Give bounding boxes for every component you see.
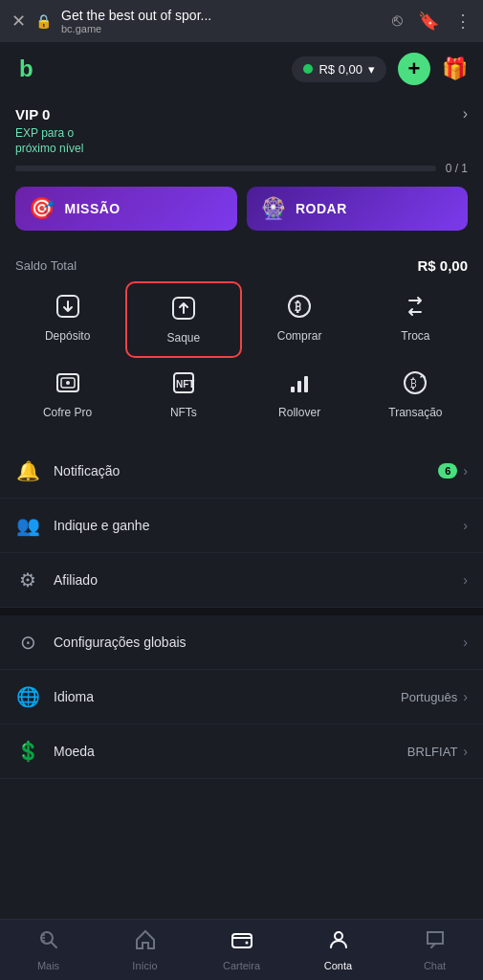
- affiliate-menu-item[interactable]: ⚙ Afiliado ›: [0, 553, 483, 608]
- currency-menu-item[interactable]: 💲 Moeda BRLFIAT ›: [0, 724, 483, 779]
- browser-title-block: Get the best out of spor... bc.game: [61, 8, 383, 34]
- notification-badge: 6: [438, 463, 457, 479]
- svg-rect-13: [304, 376, 308, 392]
- carteira-label: Carteira: [223, 960, 260, 971]
- svg-text:NFT: NFT: [176, 379, 194, 390]
- vault-button[interactable]: Cofre Pro: [10, 358, 125, 431]
- exp-label: EXP para opróximo nível: [15, 126, 468, 156]
- affiliate-icon: ⚙: [15, 568, 40, 591]
- vip-section: VIP 0 › EXP para opróximo nível 0 / 1: [0, 96, 483, 187]
- deposit-button[interactable]: Depósito: [10, 281, 125, 358]
- referral-icon: 👥: [15, 514, 40, 537]
- share-icon[interactable]: ⎋: [392, 11, 403, 32]
- referral-arrow: ›: [463, 518, 468, 533]
- chat-icon: [424, 928, 447, 957]
- referral-menu-item[interactable]: 👥 Indique e ganhe ›: [0, 499, 483, 553]
- deposit-icon: [55, 293, 81, 323]
- svg-text:b: b: [19, 56, 33, 81]
- progress-text: 0 / 1: [446, 162, 468, 175]
- nfts-icon: NFT: [170, 369, 197, 400]
- currency-value: BRLFIAT: [407, 745, 458, 759]
- buy-button[interactable]: ₿ Comprar: [242, 281, 358, 358]
- rollover-label: Rollover: [278, 406, 320, 419]
- balance-title-label: Saldo Total: [15, 258, 77, 273]
- rodar-button[interactable]: 🎡 RODAR: [247, 187, 469, 231]
- language-value: Português: [401, 690, 457, 704]
- browser-domain: bc.game: [61, 23, 383, 34]
- currency-label: Moeda: [54, 744, 394, 759]
- lock-icon: 🔒: [35, 13, 52, 29]
- gift-button[interactable]: 🎁: [442, 56, 468, 81]
- mais-label: Mais: [37, 960, 59, 971]
- nav-chat[interactable]: Chat: [386, 920, 483, 980]
- conta-icon: [327, 928, 350, 957]
- rodar-label: RODAR: [296, 201, 347, 216]
- nfts-button[interactable]: NFT NFTs: [125, 358, 241, 431]
- exchange-icon: [402, 293, 428, 323]
- progress-bar: [15, 166, 436, 171]
- balance-section: Saldo Total R$ 0,00: [0, 244, 483, 281]
- page-title: Get the best out of spor...: [61, 8, 383, 23]
- bookmark-icon[interactable]: 🔖: [418, 11, 439, 32]
- chat-label: Chat: [424, 960, 446, 971]
- svg-rect-12: [297, 381, 301, 392]
- global-settings-icon: ⊙: [15, 631, 40, 654]
- menu-section-2: ⊙ Configurações globais › 🌐 Idioma Portu…: [0, 615, 483, 779]
- exchange-label: Troca: [401, 329, 429, 343]
- transaction-icon: ₿: [402, 369, 428, 400]
- vault-icon: [55, 369, 81, 400]
- svg-rect-11: [291, 387, 295, 392]
- carteira-icon: [231, 932, 253, 956]
- promo-row: 🎯 MISSÃO 🎡 RODAR: [0, 187, 483, 244]
- global-settings-menu-item[interactable]: ⊙ Configurações globais ›: [0, 615, 483, 670]
- language-label: Idioma: [54, 689, 387, 704]
- buy-icon: ₿: [286, 293, 313, 323]
- progress-row: 0 / 1: [15, 162, 468, 175]
- vip-label: VIP 0: [15, 106, 50, 122]
- vip-arrow[interactable]: ›: [463, 105, 468, 122]
- mission-button[interactable]: 🎯 MISSÃO: [15, 187, 237, 231]
- notification-arrow: ›: [463, 463, 468, 479]
- conta-label: Conta: [324, 960, 352, 971]
- mission-icon: 🎯: [29, 196, 55, 221]
- app-logo[interactable]: b: [15, 52, 50, 86]
- more-icon[interactable]: ⋮: [454, 11, 472, 32]
- transaction-button[interactable]: ₿ Transação: [358, 358, 473, 431]
- language-menu-item[interactable]: 🌐 Idioma Português ›: [0, 670, 483, 724]
- vault-label: Cofre Pro: [43, 406, 92, 419]
- transaction-label: Transação: [388, 406, 442, 419]
- nav-conta[interactable]: Conta: [290, 920, 386, 980]
- add-funds-button[interactable]: +: [398, 53, 430, 85]
- mais-icon: [37, 928, 60, 957]
- global-settings-label: Configurações globais: [54, 635, 450, 650]
- browser-actions: ⎋ 🔖 ⋮: [392, 11, 472, 32]
- currency-arrow: ›: [463, 744, 468, 759]
- svg-point-22: [245, 942, 248, 945]
- menu-divider: [0, 608, 483, 615]
- balance-button[interactable]: R$ 0,00 ▾: [292, 56, 386, 82]
- inicio-label: Início: [132, 960, 157, 971]
- notification-label: Notificação: [54, 463, 425, 479]
- svg-rect-21: [232, 934, 252, 947]
- total-balance-amount: R$ 0,00: [417, 257, 468, 274]
- svg-point-8: [66, 381, 70, 385]
- deposit-label: Depósito: [45, 329, 90, 343]
- nav-carteira[interactable]: Carteira: [193, 920, 290, 980]
- global-settings-arrow: ›: [463, 635, 468, 650]
- rollover-button[interactable]: Rollover: [242, 358, 358, 431]
- withdraw-button[interactable]: Saque: [125, 281, 241, 358]
- exchange-button[interactable]: Troca: [358, 281, 473, 358]
- app-header: b R$ 0,00 ▾ + 🎁: [0, 42, 483, 96]
- nav-inicio[interactable]: Início: [97, 920, 193, 980]
- currency-icon: 💲: [15, 740, 40, 763]
- notification-menu-item[interactable]: 🔔 Notificação 6 ›: [0, 444, 483, 499]
- currency-indicator: [303, 64, 313, 74]
- nfts-label: NFTs: [170, 406, 197, 419]
- svg-text:₿: ₿: [410, 376, 417, 390]
- withdraw-icon: [170, 295, 197, 325]
- nav-mais[interactable]: Mais: [0, 920, 97, 980]
- svg-point-23: [335, 932, 342, 940]
- rollover-icon: [286, 369, 313, 400]
- rodar-icon: 🎡: [260, 196, 287, 221]
- close-icon[interactable]: ✕: [11, 11, 26, 32]
